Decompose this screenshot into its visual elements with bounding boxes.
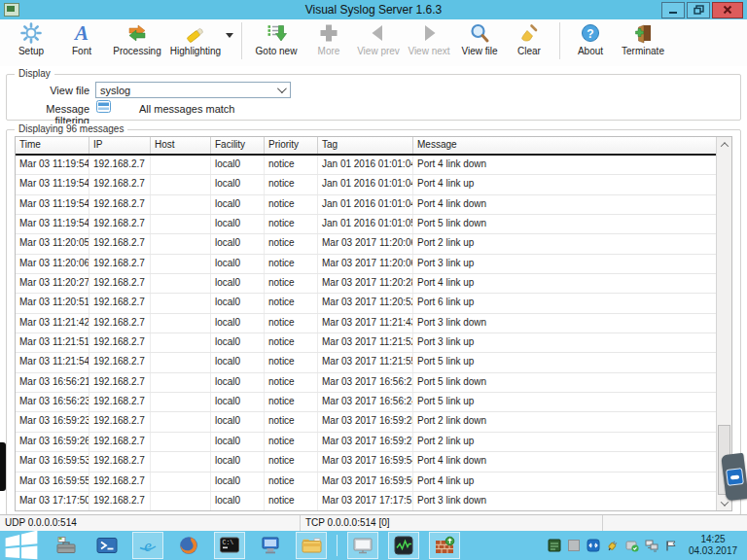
display-group: Display View file syslog Message filteri… xyxy=(6,74,741,121)
internet-explorer-icon[interactable]: e xyxy=(132,532,163,559)
table-row[interactable]: Mar 03 11:20:05192.168.2.7local0noticeMa… xyxy=(16,234,716,254)
cell-tag: Mar 03 2017 11:21:55 xyxy=(318,353,413,371)
table-columns: TimeIPHostFacilityPriorityTagMessage Mar… xyxy=(16,137,716,510)
app-tray-icon[interactable] xyxy=(566,539,581,553)
cell-facility: local0 xyxy=(211,234,265,253)
cell-facility: local0 xyxy=(211,294,265,312)
cell-priority: notice xyxy=(265,234,318,253)
cell-facility: local0 xyxy=(211,452,265,471)
table-row[interactable]: Mar 03 16:59:26192.168.2.7local0noticeMa… xyxy=(16,433,716,452)
table-row[interactable]: Mar 03 11:20:27192.168.2.7local0noticeMa… xyxy=(16,274,716,294)
column-header-message[interactable]: Message xyxy=(413,137,716,154)
left-edge-panel-handle[interactable] xyxy=(0,442,6,491)
cell-ip: 192.168.2.7 xyxy=(89,333,151,352)
cell-host xyxy=(151,255,211,273)
table-row[interactable]: Mar 03 16:59:53192.168.2.7local0noticeMa… xyxy=(16,452,716,472)
cell-time: Mar 03 11:19:54 xyxy=(16,156,89,174)
about-button[interactable]: ? About xyxy=(566,19,615,66)
table-row[interactable]: Mar 03 11:20:06192.168.2.7local0noticeMa… xyxy=(16,255,716,274)
cell-priority: notice xyxy=(265,353,318,371)
column-header-priority[interactable]: Priority xyxy=(265,137,318,154)
disk-check-icon[interactable] xyxy=(624,539,639,553)
view-file-value: syslog xyxy=(100,85,130,96)
cell-priority: notice xyxy=(265,175,318,193)
column-header-facility[interactable]: Facility xyxy=(211,137,265,154)
powershell-icon[interactable] xyxy=(91,532,123,559)
cell-message: Port 6 link up xyxy=(413,294,716,312)
setup-button[interactable]: Setup xyxy=(6,19,56,66)
highlighting-dropdown-arrow[interactable] xyxy=(226,33,233,38)
table-row[interactable]: Mar 03 11:21:54192.168.2.7local0noticeMa… xyxy=(16,353,716,372)
restore-button[interactable] xyxy=(687,2,710,18)
cell-facility: local0 xyxy=(211,274,265,293)
highlighting-button[interactable]: Highlighting xyxy=(167,19,224,66)
windows-firewall-icon[interactable] xyxy=(429,532,460,559)
cell-tag: Mar 03 2017 11:21:43 xyxy=(318,314,413,332)
server-manager-icon[interactable] xyxy=(51,532,82,559)
teamviewer-panel-handle[interactable] xyxy=(721,453,747,501)
cell-ip: 192.168.2.7 xyxy=(89,195,151,214)
teamviewer-tray-icon[interactable] xyxy=(586,539,600,553)
table-row[interactable]: Mar 03 16:56:23192.168.2.7local0noticeMa… xyxy=(16,393,716,412)
table-row[interactable]: Mar 03 17:17:50192.168.2.7local0noticeMa… xyxy=(16,492,716,510)
display-settings-icon[interactable] xyxy=(347,532,378,559)
column-header-time[interactable]: Time xyxy=(16,137,89,154)
cell-message: Port 4 link down xyxy=(413,156,716,174)
table-body: Mar 03 11:19:54192.168.2.7local0noticeJa… xyxy=(16,156,716,510)
cell-priority: notice xyxy=(265,294,318,312)
table-row[interactable]: Mar 03 11:19:54192.168.2.7local0noticeJa… xyxy=(16,175,716,194)
font-button[interactable]: A Font xyxy=(56,19,107,66)
filter-settings-icon[interactable] xyxy=(96,100,111,113)
command-prompt-icon[interactable]: C:\ xyxy=(214,532,245,559)
file-explorer-icon[interactable] xyxy=(296,532,327,559)
table-row[interactable]: Mar 03 11:20:51192.168.2.7local0noticeMa… xyxy=(16,294,716,313)
exit-door-icon xyxy=(632,22,654,44)
start-button[interactable] xyxy=(2,531,41,560)
scroll-up-button[interactable] xyxy=(717,137,731,152)
view-file-button[interactable]: View file xyxy=(454,19,505,66)
power-plug-icon[interactable] xyxy=(605,539,620,553)
table-row[interactable]: Mar 03 16:59:55192.168.2.7local0noticeMa… xyxy=(16,472,716,492)
gear-icon xyxy=(20,22,42,44)
table-row[interactable]: Mar 03 11:21:51192.168.2.7local0noticeMa… xyxy=(16,333,716,353)
column-header-host[interactable]: Host xyxy=(151,137,211,154)
status-bar: UDP 0.0.0.0:514 TCP 0.0.0.0:514 [0] xyxy=(0,514,747,532)
terminate-button[interactable]: Terminate xyxy=(615,19,671,66)
cell-facility: local0 xyxy=(211,195,265,214)
cell-facility: local0 xyxy=(211,255,265,273)
table-row[interactable]: Mar 03 16:56:21192.168.2.7local0noticeMa… xyxy=(16,373,716,393)
cell-ip: 192.168.2.7 xyxy=(89,215,151,233)
cell-ip: 192.168.2.7 xyxy=(89,412,151,431)
cell-message: Port 3 link down xyxy=(413,492,716,510)
table-row[interactable]: Mar 03 11:19:54192.168.2.7local0noticeJa… xyxy=(16,215,716,234)
cell-ip: 192.168.2.7 xyxy=(89,274,151,293)
column-header-ip[interactable]: IP xyxy=(89,137,151,154)
cell-facility: local0 xyxy=(211,314,265,332)
visual-syslog-window: Visual Syslog Server 1.6.3 Setup A Font … xyxy=(0,0,747,560)
cell-priority: notice xyxy=(265,333,318,352)
clock-time: 14:25 xyxy=(683,534,743,545)
view-file-combobox[interactable]: syslog xyxy=(95,82,291,98)
column-header-tag[interactable]: Tag xyxy=(318,137,413,154)
table-row[interactable]: Mar 03 11:19:54192.168.2.7local0noticeJa… xyxy=(16,156,716,175)
action-center-flag-icon[interactable] xyxy=(663,539,678,553)
arrow-left-icon xyxy=(368,22,389,44)
taskbar-clock[interactable]: 14:25 04.03.2017 xyxy=(683,534,743,557)
table-row[interactable]: Mar 03 16:59:23192.168.2.7local0noticeMa… xyxy=(16,412,716,432)
firefox-icon[interactable] xyxy=(173,532,204,559)
task-manager-icon[interactable] xyxy=(388,532,419,559)
table-row[interactable]: Mar 03 11:19:54192.168.2.7local0noticeJa… xyxy=(16,195,716,215)
cell-message: Port 4 link up xyxy=(413,175,716,193)
table-row[interactable]: Mar 03 11:21:42192.168.2.7local0noticeMa… xyxy=(16,314,716,333)
network-status-icon[interactable] xyxy=(644,539,658,553)
syslog-tray-icon[interactable] xyxy=(547,539,561,553)
goto-new-button[interactable]: Goto new xyxy=(248,19,304,66)
cell-facility: local0 xyxy=(211,373,265,392)
clear-button[interactable]: Clear xyxy=(505,19,553,66)
cell-time: Mar 03 16:59:53 xyxy=(16,452,89,471)
minimize-button[interactable] xyxy=(661,2,685,18)
admin-computer-icon[interactable] xyxy=(255,532,286,559)
processing-button[interactable]: Processing xyxy=(107,19,167,66)
cell-priority: notice xyxy=(265,393,318,411)
close-button[interactable] xyxy=(712,2,743,18)
